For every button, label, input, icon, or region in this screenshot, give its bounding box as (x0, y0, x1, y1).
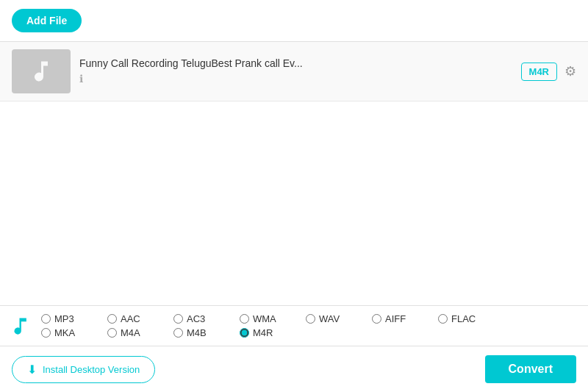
convert-button[interactable]: Convert (485, 355, 576, 383)
music-format-icon (12, 316, 32, 336)
format-radio-wma[interactable] (240, 314, 249, 324)
format-option-flac[interactable]: FLAC (438, 313, 504, 324)
format-radio-mp3[interactable] (41, 314, 51, 324)
footer: ⬇ Install Desktop Version Convert (0, 346, 588, 392)
format-radio-aiff[interactable] (372, 314, 381, 324)
format-radio-mka[interactable] (41, 328, 51, 338)
format-option-mka[interactable]: MKA (41, 327, 107, 338)
format-options: MP3 AAC AC3 WMA WAV AIFF FLAC (41, 313, 576, 338)
add-file-button[interactable]: Add File (12, 9, 82, 32)
format-radio-m4r[interactable] (240, 328, 249, 338)
info-icon[interactable]: ℹ (79, 73, 83, 85)
install-desktop-button[interactable]: ⬇ Install Desktop Version (12, 356, 155, 383)
format-radio-aac[interactable] (107, 314, 117, 324)
music-thumb-icon (28, 58, 54, 85)
download-icon: ⬇ (27, 363, 37, 377)
file-item: Funny Call Recording TeluguBest Prank ca… (12, 49, 576, 93)
settings-icon[interactable]: ⚙ (564, 63, 576, 79)
format-option-wma[interactable]: WMA (240, 313, 306, 324)
format-badge[interactable]: M4R (521, 63, 557, 81)
main-content (0, 101, 588, 305)
format-radio-ac3[interactable] (173, 314, 183, 324)
file-list: Funny Call Recording TeluguBest Prank ca… (0, 42, 588, 101)
header: Add File (0, 0, 588, 42)
format-option-aiff[interactable]: AIFF (372, 313, 438, 324)
format-radio-wav[interactable] (306, 314, 315, 324)
format-row-1: MP3 AAC AC3 WMA WAV AIFF FLAC (41, 313, 576, 324)
format-option-ac3[interactable]: AC3 (173, 313, 240, 324)
file-actions: M4R ⚙ (521, 63, 576, 81)
format-radio-m4a[interactable] (107, 328, 117, 338)
file-name: Funny Call Recording TeluguBest Prank ca… (79, 57, 512, 69)
format-bar: MP3 AAC AC3 WMA WAV AIFF FLAC (0, 305, 588, 346)
format-option-m4b[interactable]: M4B (173, 327, 240, 338)
file-info: Funny Call Recording TeluguBest Prank ca… (71, 57, 521, 85)
format-option-mp3[interactable]: MP3 (41, 313, 107, 324)
file-thumbnail (12, 49, 71, 93)
format-option-m4a[interactable]: M4A (107, 327, 173, 338)
format-option-m4r[interactable]: M4R (240, 327, 306, 338)
format-radio-flac[interactable] (438, 314, 448, 324)
format-row-2: MKA M4A M4B M4R (41, 327, 576, 338)
format-option-wav[interactable]: WAV (306, 313, 372, 324)
format-option-aac[interactable]: AAC (107, 313, 173, 324)
format-radio-m4b[interactable] (173, 328, 183, 338)
install-label: Install Desktop Version (43, 364, 140, 375)
